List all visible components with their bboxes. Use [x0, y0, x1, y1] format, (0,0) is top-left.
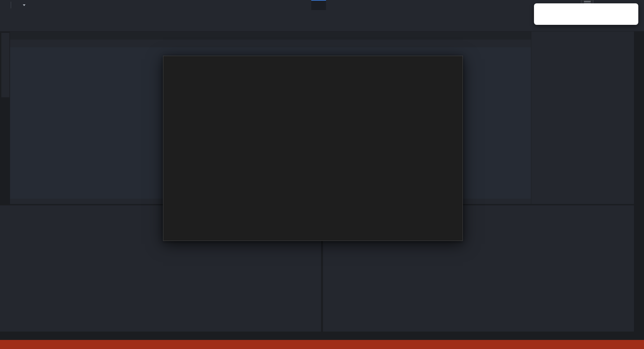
chevron-down-icon: [23, 4, 25, 6]
menu-search[interactable]: [14, 4, 30, 6]
breadcrumb: [10, 40, 531, 47]
sidebar-tab-visueller-livebaum[interactable]: [1, 33, 9, 97]
visual-studio-window: [0, 0, 644, 349]
document-tabstrip: [10, 32, 531, 40]
toast-notification[interactable]: [534, 3, 638, 25]
diagnostics-panel: [531, 32, 634, 204]
solution-badge[interactable]: [311, 0, 326, 10]
status-bar: [0, 340, 644, 349]
right-dock-strip: [634, 32, 644, 340]
app-window-mainwindow: [163, 56, 463, 241]
